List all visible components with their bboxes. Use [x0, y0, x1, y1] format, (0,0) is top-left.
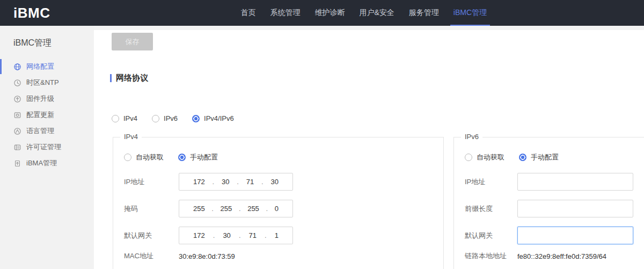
ipv4-subnet-mask-octet-4[interactable]: 0: [275, 205, 279, 213]
top-nav: 首页系统管理维护诊断用户&安全服务管理iBMC管理: [240, 0, 487, 26]
ipv4-mode-auto-label: 自动获取: [136, 152, 164, 162]
ipv4-default-gateway-octet-2[interactable]: 30: [223, 231, 230, 239]
ipv6-ip-address-row: IP地址: [465, 173, 644, 191]
ipv6-mode-auto-label: 自动获取: [477, 152, 504, 162]
ipv4-mode-auto-radio[interactable]: [124, 154, 131, 161]
ipv4-panel-legend: IPv4: [120, 133, 142, 141]
protocol-radio-group: IPv4IPv6IPv4/IPv6: [112, 114, 234, 122]
ipv4-panel-body: 自动获取手动配置IP地址172.30.71.30掩码255.255.255.0默…: [113, 137, 443, 261]
ipv4-subnet-mask-octet-2[interactable]: 255: [221, 205, 232, 213]
protocol-radio-ipv6-label: IPv6: [164, 114, 178, 122]
save-button[interactable]: 保存: [112, 33, 153, 50]
protocol-radio-ipv4-ipv6[interactable]: IPv4/IPv6: [192, 114, 234, 122]
ipv6-panel-body: 自动获取手动配置IP地址前缀长度默认网关链路本地地址fe80::32e9:8ef…: [454, 137, 644, 261]
protocol-radio-ipv4-label: IPv4: [123, 114, 137, 122]
ipv4-default-gateway-dot: .: [265, 231, 267, 239]
ipv4-default-gateway-octet-3[interactable]: 71: [249, 231, 257, 239]
ipv6-prefix-length-input[interactable]: [517, 200, 633, 217]
ipv6-prefix-length-row: 前缀长度: [465, 200, 644, 217]
ipv4-ip-address-input[interactable]: 172.30.71.30: [179, 173, 293, 191]
sidebar-item-label: iBMA管理: [26, 158, 57, 168]
nav-item-system[interactable]: 系统管理: [270, 0, 300, 26]
ipv6-default-gateway-row: 默认网关: [465, 227, 644, 244]
ipv4-mac-address-value: 30:e9:8e:0d:73:59: [179, 252, 235, 260]
sidebar-item-label: 许可证管理: [26, 142, 61, 152]
ipv6-mode-auto[interactable]: 自动获取: [465, 152, 504, 162]
nav-item-service[interactable]: 服务管理: [409, 0, 439, 26]
ipv4-mac-address-row: MAC地址30:e9:8e:0d:73:59: [124, 251, 443, 261]
sidebar: iBMC管理 网络配置时区&NTP固件升级配置更新语言管理许可证管理iBMA管理: [0, 26, 94, 269]
sidebar-item-license[interactable]: 许可证管理: [0, 139, 94, 155]
ipv4-subnet-mask-dot: .: [239, 205, 241, 213]
ipv4-subnet-mask-row: 掩码255.255.255.0: [124, 200, 443, 217]
ipv4-ip-address-octet-3[interactable]: 71: [246, 178, 254, 186]
language-icon: [13, 127, 21, 135]
sidebar-item-label: 固件升级: [26, 94, 54, 104]
ipv4-ip-address-dot: .: [237, 178, 239, 186]
ipv6-default-gateway-input[interactable]: [517, 227, 633, 244]
ipv4-default-gateway-dot: .: [239, 231, 241, 239]
ipv4-default-gateway-octet-1[interactable]: 172: [193, 231, 205, 239]
ipv4-mode-radio-group: 自动获取手动配置: [124, 152, 443, 162]
sidebar-item-firmware-upgrade[interactable]: 固件升级: [0, 91, 94, 107]
page: iBMC 首页系统管理维护诊断用户&安全服务管理iBMC管理 iBMC管理 网络…: [0, 0, 644, 269]
sidebar-item-config-update[interactable]: 配置更新: [0, 107, 94, 123]
ipv6-panel-legend: IPv6: [461, 133, 482, 141]
ipv4-ip-address-octet-2[interactable]: 30: [222, 178, 229, 186]
ipv4-ip-address-dot: .: [261, 178, 264, 186]
top-header: iBMC 首页系统管理维护诊断用户&安全服务管理iBMC管理: [0, 0, 644, 26]
ipv6-mode-auto-radio[interactable]: [465, 154, 472, 161]
ipv4-mode-auto[interactable]: 自动获取: [124, 152, 164, 162]
sidebar-menu: 网络配置时区&NTP固件升级配置更新语言管理许可证管理iBMA管理: [0, 59, 94, 171]
ipv4-mode-manual-radio[interactable]: [178, 154, 186, 161]
ipv6-link-local-address-row: 链路本地地址fe80::32e9:8eff:fe0d:7359/64: [465, 251, 644, 261]
ipv6-ip-address-input[interactable]: [517, 173, 633, 191]
ipv4-ip-address-label: IP地址: [124, 177, 179, 187]
sidebar-item-label: 语言管理: [26, 126, 54, 136]
protocol-radio-ipv4[interactable]: IPv4: [112, 114, 137, 122]
ipv4-ip-address-row: IP地址172.30.71.30: [124, 173, 443, 191]
ipv4-subnet-mask-dot: .: [211, 205, 214, 213]
sidebar-item-label: 配置更新: [26, 110, 54, 120]
sidebar-item-ibma[interactable]: iBMA管理: [0, 155, 94, 171]
sidebar-item-timezone-ntp[interactable]: 时区&NTP: [0, 75, 94, 91]
ipv6-mode-manual[interactable]: 手动配置: [519, 152, 559, 162]
ipv6-panel: IPv6 自动获取手动配置IP地址前缀长度默认网关链路本地地址fe80::32e…: [453, 137, 644, 269]
ipv6-link-local-address-label: 链路本地地址: [465, 251, 517, 261]
section-title-bar: [110, 74, 112, 82]
clock-icon: [13, 79, 21, 87]
ipv4-mode-manual-label: 手动配置: [190, 152, 218, 162]
nav-item-ibmc[interactable]: iBMC管理: [453, 0, 487, 26]
ipv4-mac-address-label: MAC地址: [124, 251, 179, 261]
ipv4-mode-manual[interactable]: 手动配置: [178, 152, 218, 162]
ipv4-default-gateway-octet-4[interactable]: 1: [275, 231, 279, 239]
document-arrow-icon: [13, 159, 21, 168]
protocol-radio-ipv4-ipv6-radio[interactable]: [192, 115, 200, 122]
ipv4-panel: IPv4 自动获取手动配置IP地址172.30.71.30掩码255.255.2…: [113, 137, 444, 269]
protocol-radio-ipv6[interactable]: IPv6: [152, 114, 178, 122]
sidebar-item-network-config[interactable]: 网络配置: [0, 59, 94, 75]
protocol-radio-ipv6-radio[interactable]: [152, 115, 159, 122]
globe-icon: [13, 63, 21, 71]
ipv4-default-gateway-input[interactable]: 172.30.71.1: [179, 227, 293, 244]
sidebar-item-language[interactable]: 语言管理: [0, 123, 94, 139]
ipv4-subnet-mask-octet-3[interactable]: 255: [247, 205, 259, 213]
ipv6-default-gateway-label: 默认网关: [465, 231, 517, 241]
ipv4-ip-address-octet-1[interactable]: 172: [193, 178, 205, 186]
section-title: 网络协议: [110, 73, 148, 83]
ipv4-subnet-mask-input[interactable]: 255.255.255.0: [179, 200, 293, 217]
ipv4-ip-address-octet-4[interactable]: 30: [270, 178, 278, 186]
app-logo: iBMC: [13, 5, 50, 21]
ipv4-default-gateway-label: 默认网关: [124, 231, 179, 241]
sidebar-item-label: 时区&NTP: [26, 78, 59, 88]
ipv6-link-local-address-value: fe80::32e9:8eff:fe0d:7359/64: [517, 252, 606, 260]
ipv4-ip-address-dot: .: [213, 178, 215, 186]
nav-item-user-security[interactable]: 用户&安全: [359, 0, 394, 26]
protocol-radio-ipv4-radio[interactable]: [112, 115, 119, 122]
ipv6-prefix-length-label: 前缀长度: [465, 204, 517, 214]
ipv4-subnet-mask-octet-1[interactable]: 255: [193, 205, 205, 213]
nav-item-maintenance[interactable]: 维护诊断: [314, 0, 345, 26]
nav-item-home[interactable]: 首页: [240, 0, 255, 26]
ipv6-mode-manual-radio[interactable]: [519, 154, 526, 161]
ipv4-subnet-mask-dot: .: [266, 205, 268, 213]
